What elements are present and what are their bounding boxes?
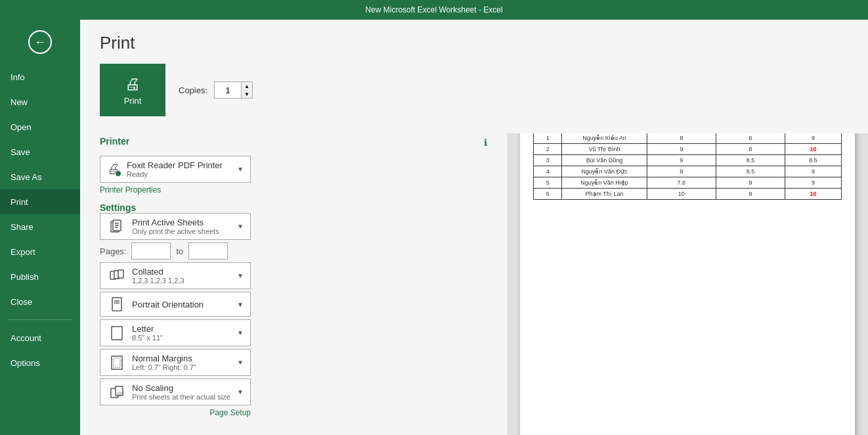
sidebar-item-new[interactable]: New [0,89,80,114]
sidebar-item-save-as[interactable]: Save As [0,164,80,189]
back-button[interactable]: ← [0,20,80,64]
table-cell: 4 [534,166,562,177]
table-cell: Bùi Văn Dũng [562,154,647,166]
setting-margins-text: Normal Margins Left: 0.7" Right: 0.7" [132,354,237,371]
printer-properties-link[interactable]: Printer Properties [100,185,487,195]
page-title: Print [100,33,848,53]
setting-collated[interactable]: Collated 1,2,3 1,2,3 1,2,3 ▼ [100,262,251,289]
sidebar-item-close[interactable]: Close [0,289,80,314]
settings-section: Settings [100,202,487,417]
print-header: Print 🖨 Print Copies: ▲ ▼ [80,20,868,133]
sidebar-item-label: Save As [11,172,42,182]
copies-decrement-button[interactable]: ▼ [242,90,252,98]
sidebar-item-label: Info [11,72,25,82]
setting-print-sheets-text: Print Active Sheets Only print the activ… [132,218,237,235]
table-cell: 10 [785,188,842,199]
page-setup-link[interactable]: Page Setup [100,408,251,417]
table-cell: 8 [647,133,716,143]
pages-label: Pages: [100,246,126,256]
printer-section-title: Printer [100,136,129,147]
table-cell: 7.6 [647,177,716,188]
svg-rect-7 [118,270,123,278]
table-cell: 9 [785,177,842,188]
table-cell: 6 [716,133,785,143]
table-cell: 8.5 [716,166,785,177]
margins-dropdown-arrow-icon: ▼ [237,359,244,366]
setting-margins[interactable]: Normal Margins Left: 0.7" Right: 0.7" ▼ [100,349,251,376]
sidebar-divider [8,319,72,320]
setting-paper-sublabel: 8.5" x 11" [132,334,237,342]
content-area: Print 🖨 Print Copies: ▲ ▼ [80,20,868,435]
setting-paper[interactable]: Letter 8.5" x 11" ▼ [100,319,251,346]
pages-row: Pages: to [100,242,487,260]
print-sheets-dropdown-arrow-icon: ▼ [237,223,244,230]
sidebar-item-label: New [11,97,28,107]
table-cell: Vũ Thị Bình [562,143,647,154]
setting-print-sheets-sublabel: Only print the active sheets [132,227,237,235]
setting-print-sheets-label: Print Active Sheets [132,218,237,227]
table-cell: 10 [647,188,716,199]
back-circle-icon: ← [28,30,52,54]
svg-rect-8 [112,298,121,311]
table-cell: 9 [647,166,716,177]
setting-paper-text: Letter 8.5" x 11" [132,324,237,342]
setting-orientation-label: Portrait Orientation [132,300,237,309]
setting-print-sheets[interactable]: Print Active Sheets Only print the activ… [100,213,251,240]
sidebar-item-account[interactable]: Account [0,325,80,350]
table-cell: 9 [647,154,716,166]
back-arrow-icon: ← [34,35,46,49]
sidebar-item-export[interactable]: Export [0,239,80,264]
collated-icon [107,268,127,284]
copies-input[interactable] [215,85,241,95]
sidebar-item-share[interactable]: Share [0,214,80,239]
pages-from-input[interactable] [131,242,171,260]
copies-increment-button[interactable]: ▲ [242,82,252,90]
table-cell: 2 [534,143,562,154]
sidebar-item-label: Open [11,122,32,132]
table-cell: 9 [785,166,842,177]
setting-scaling[interactable]: 100 No Scaling Print sheets at their act… [100,378,251,405]
table-cell: 10 [785,143,842,154]
table-cell: Nguyễn Văn Hiệp [562,177,647,188]
printer-select-dropdown[interactable]: 🖨 Foxit Reader PDF Printer Ready ▼ [100,156,251,183]
table-cell: 1 [534,133,562,143]
sidebar-item-publish[interactable]: Publish [0,264,80,289]
printer-dropdown-arrow-icon: ▼ [237,166,244,173]
setting-orientation[interactable]: Portrait Orientation ▼ [100,292,251,317]
orientation-dropdown-arrow-icon: ▼ [237,301,244,308]
sidebar-item-save[interactable]: Save [0,139,80,164]
sidebar-item-print[interactable]: Print [0,189,80,214]
margins-icon [107,355,127,371]
sidebar-item-open[interactable]: Open [0,114,80,139]
pages-to-label: to [176,246,183,256]
table-cell: Nguyễn Kiều An [562,133,647,143]
sidebar-item-label: Options [11,358,40,368]
table-cell: 8.5 [716,154,785,166]
printer-ready-dot [115,170,121,177]
setting-scaling-label: No Scaling [132,383,237,393]
svg-rect-13 [114,358,120,367]
print-preview-area: BẢNG ĐIỂM HỌC KÌ I MÔN TIN HỌC CỦA TỔ ST… [507,133,868,435]
sidebar-item-info[interactable]: Info [0,64,80,89]
sidebar-item-label: Account [11,333,41,343]
setting-paper-label: Letter [132,324,237,334]
sidebar-item-label: Save [11,147,30,157]
setting-collated-label: Collated [132,267,237,277]
setting-orientation-text: Portrait Orientation [132,300,237,309]
pages-to-input[interactable] [188,242,228,260]
printer-section: Printer ℹ 🖨 Foxit Reader PDF Printer Rea… [100,133,487,195]
print-button[interactable]: 🖨 Print [100,64,165,116]
copies-input-container: ▲ ▼ [214,81,253,99]
table-cell: 8 [716,143,785,154]
setting-scaling-text: No Scaling Print sheets at their actual … [132,383,237,401]
print-sheets-icon [107,219,127,235]
print-button-label: Print [124,96,142,106]
info-icon[interactable]: ℹ [484,137,487,148]
copies-label: Copies: [179,85,207,95]
setting-margins-sublabel: Left: 0.7" Right: 0.7" [132,363,237,371]
table-cell: 6 [534,188,562,199]
print-controls-row: 🖨 Print Copies: ▲ ▼ [100,64,848,116]
setting-scaling-sublabel: Print sheets at their actual size [132,393,237,401]
sidebar-item-options[interactable]: Options [0,350,80,375]
orientation-icon [107,296,127,312]
